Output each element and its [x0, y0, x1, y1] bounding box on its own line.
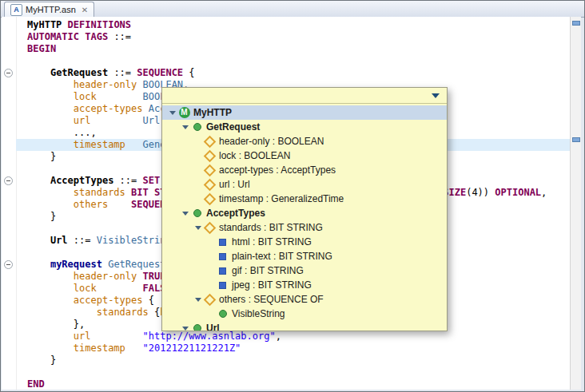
- code-token: Url: [50, 235, 68, 246]
- outline-item-others[interactable]: others : SEQUENCE OF: [162, 292, 447, 307]
- code-token: [27, 259, 50, 270]
- field-icon: [203, 166, 217, 175]
- type-icon: [216, 310, 229, 318]
- code-token: [27, 295, 74, 306]
- expand-arrow-icon[interactable]: [167, 111, 177, 115]
- outline-item-lock[interactable]: lock : BOOLEAN: [162, 148, 447, 163]
- bit-icon: [216, 267, 229, 275]
- outline-item-url[interactable]: url : Url: [162, 177, 447, 192]
- outline-item-html[interactable]: html : BIT STRING: [162, 235, 447, 249]
- code-token: [27, 271, 74, 282]
- outline-item-jpeg[interactable]: jpeg : BIT STRING: [162, 278, 447, 292]
- overview-marker[interactable]: [572, 137, 580, 142]
- code-token: SET: [143, 175, 161, 186]
- outline-item-url[interactable]: Url: [162, 321, 447, 331]
- code-token: "20121221121221Z": [143, 343, 241, 354]
- outline-item-label: jpeg : BIT STRING: [232, 279, 312, 291]
- close-icon[interactable]: ✕: [82, 6, 88, 14]
- expand-arrow-icon[interactable]: [180, 125, 190, 129]
- code-line[interactable]: END: [27, 378, 571, 390]
- code-line[interactable]: timestamp "20121221121221Z": [27, 343, 571, 354]
- outline-item-getrequest[interactable]: GetRequest: [162, 120, 447, 134]
- code-line[interactable]: BEGIN: [27, 43, 571, 55]
- code-line[interactable]: url "http://www.asnlab.org",: [27, 331, 571, 343]
- bit-icon: [216, 253, 229, 260]
- code-token: [97, 91, 143, 102]
- outline-item-label: gif : BIT STRING: [232, 265, 304, 276]
- outline-item-label: VisibleString: [232, 308, 285, 319]
- outline-item-label: header-only : BOOLEAN: [219, 136, 324, 147]
- outline-item-label: lock : BOOLEAN: [219, 150, 290, 161]
- overview-marker[interactable]: [572, 21, 580, 26]
- code-token: [27, 199, 74, 210]
- code-line[interactable]: [27, 55, 571, 67]
- code-token: DEFINITIONS: [68, 19, 131, 30]
- code-token: GetRequest: [50, 67, 108, 78]
- outline-item-standards[interactable]: standards : BIT STRING: [162, 220, 447, 235]
- code-token: [27, 235, 50, 246]
- code-token: standards: [97, 307, 149, 318]
- menu-dropdown-icon[interactable]: [432, 93, 440, 98]
- expand-arrow-icon[interactable]: [180, 327, 190, 331]
- code-token: accept-types: [74, 103, 143, 114]
- outline-item-label: url : Url: [219, 179, 250, 190]
- code-token: [27, 331, 74, 342]
- code-token: [27, 283, 74, 294]
- expand-arrow-icon[interactable]: [193, 226, 203, 230]
- code-token: url: [74, 331, 91, 342]
- outline-item-label: MyHTTP: [193, 107, 232, 118]
- code-token: },: [27, 319, 85, 330]
- code-line[interactable]: }: [27, 354, 571, 366]
- code-token: {: [183, 67, 194, 78]
- outline-item-plain-text[interactable]: plain-text : BIT STRING: [162, 249, 447, 263]
- code-line[interactable]: MyHTTP DEFINITIONS: [27, 19, 571, 31]
- code-token: [125, 187, 131, 198]
- quick-outline-popup: MMyHTTPGetRequestheader-only : BOOLEANlo…: [161, 87, 448, 331]
- tab-myhttp-asn[interactable]: A MyHTTP.asn ✕: [4, 2, 94, 17]
- outline-item-myhttp[interactable]: MMyHTTP: [162, 105, 447, 120]
- code-token: timestamp: [74, 343, 125, 354]
- code-token: AUTOMATIC TAGS: [27, 31, 108, 42]
- outline-item-timestamp[interactable]: timestamp : GeneralizedTime: [162, 192, 447, 206]
- code-line[interactable]: [27, 366, 571, 378]
- code-token: [62, 19, 67, 30]
- outline-item-accept-types[interactable]: accept-types : AcceptTypes: [162, 163, 447, 177]
- code-token: [125, 139, 143, 150]
- code-token: VisibleString: [97, 235, 172, 246]
- outline-filter-bar[interactable]: [162, 88, 447, 104]
- code-token: "http://www.asnlab.org": [143, 331, 276, 342]
- outline-item-label: GetRequest: [206, 121, 260, 133]
- code-token: [27, 307, 97, 318]
- code-token: [97, 283, 143, 294]
- code-line[interactable]: AUTOMATIC TAGS ::=: [27, 31, 571, 43]
- code-token: [143, 103, 149, 114]
- outline-item-visiblestring[interactable]: VisibleString: [162, 307, 447, 321]
- code-token: ...,: [27, 127, 97, 138]
- code-token: [137, 271, 142, 282]
- expand-arrow-icon[interactable]: [180, 212, 190, 216]
- outline-item-label: others : SEQUENCE OF: [219, 294, 324, 305]
- code-token: [27, 115, 74, 126]
- overview-ruler[interactable]: [570, 17, 581, 390]
- field-icon: [203, 195, 217, 204]
- outline-item-label: plain-text : BIT STRING: [232, 251, 332, 262]
- outline-item-label: timestamp : GeneralizedTime: [219, 193, 344, 204]
- fold-gutter: [2, 17, 17, 390]
- collapse-icon[interactable]: [4, 69, 13, 77]
- code-token: SEQUENCE: [137, 67, 183, 78]
- outline-item-header-only[interactable]: header-only : BOOLEAN: [162, 134, 447, 148]
- code-token: lock: [74, 283, 97, 294]
- collapse-icon[interactable]: [4, 260, 13, 269]
- outline-item-gif[interactable]: gif : BIT STRING: [162, 263, 447, 278]
- outline-item-label: standards : BIT STRING: [219, 222, 323, 233]
- code-token: [27, 175, 50, 186]
- outline-tree: MMyHTTPGetRequestheader-only : BOOLEANlo…: [162, 104, 447, 331]
- code-token: accept-types: [74, 295, 143, 306]
- code-token: BEGIN: [27, 43, 56, 54]
- outline-item-accepttypes[interactable]: AcceptTypes: [162, 206, 447, 220]
- code-line[interactable]: GetRequest ::= SEQUENCE {: [27, 67, 571, 79]
- outline-item-label: accept-types : AcceptTypes: [219, 164, 336, 176]
- collapse-icon[interactable]: [4, 176, 13, 185]
- type-icon: [190, 209, 204, 217]
- expand-arrow-icon[interactable]: [193, 298, 203, 302]
